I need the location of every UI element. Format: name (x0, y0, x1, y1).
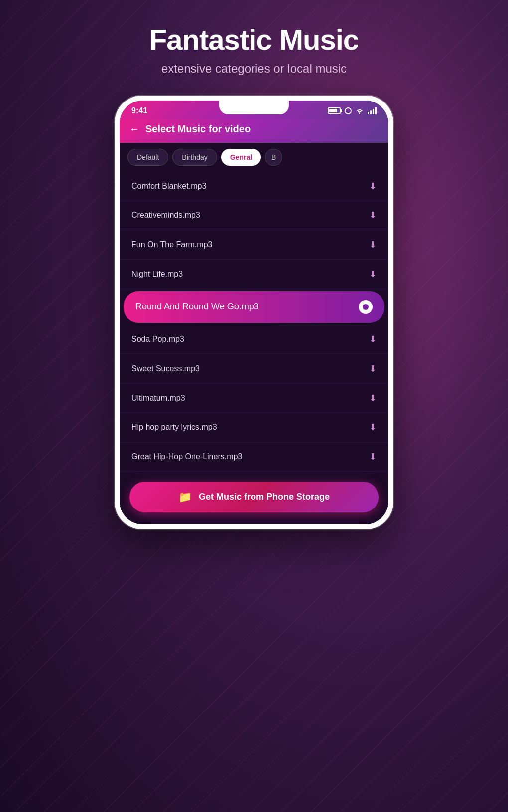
download-icon: ⬇ (369, 181, 377, 192)
music-item[interactable]: Hip hop party lyrics.mp3 ⬇ (120, 413, 388, 442)
download-icon: ⬇ (369, 334, 377, 345)
storage-button[interactable]: 📁 Get Music from Phone Storage (129, 482, 379, 512)
music-item-name: Night Life.mp3 (131, 270, 183, 279)
folder-icon: 📁 (178, 491, 192, 504)
app-title: Select Music for video (145, 123, 251, 135)
bottom-button-container: 📁 Get Music from Phone Storage (120, 472, 388, 524)
music-item[interactable]: Great Hip-Hop One-Liners.mp3 ⬇ (120, 442, 388, 472)
signal-bars (368, 107, 377, 114)
music-list: Comfort Blanket.mp3 ⬇ Creativeminds.mp3 … (120, 172, 388, 472)
music-item[interactable]: Night Life.mp3 ⬇ (120, 260, 388, 289)
tab-general[interactable]: Genral (221, 149, 261, 166)
music-item-name: Sweet Sucess.mp3 (131, 364, 200, 373)
download-icon: ⬇ (369, 210, 377, 221)
download-icon: ⬇ (369, 269, 377, 280)
music-item-name: Great Hip-Hop One-Liners.mp3 (131, 452, 242, 461)
notch (219, 101, 289, 114)
tab-b[interactable]: B (265, 149, 282, 166)
music-item-name: Ultimatum.mp3 (131, 394, 185, 403)
page-headline: Fantastic Music (149, 24, 359, 56)
status-icons (328, 107, 377, 114)
download-icon: ⬇ (369, 239, 377, 250)
music-item[interactable]: Fun On The Farm.mp3 ⬇ (120, 230, 388, 260)
download-icon: ⬇ (369, 393, 377, 404)
camera-icon (345, 107, 352, 114)
download-icon: ⬇ (369, 363, 377, 374)
music-item-name-active: Round And Round We Go.mp3 (135, 302, 259, 312)
status-time: 9:41 (131, 106, 147, 115)
storage-button-text: Get Music from Phone Storage (199, 492, 330, 502)
page-subheadline: extensive categories or local music (161, 62, 347, 76)
phone-frame: 9:41 (115, 96, 393, 529)
music-item-name: Soda Pop.mp3 (131, 335, 184, 344)
back-button[interactable]: ← (129, 123, 139, 135)
download-icon: ⬇ (369, 451, 377, 462)
download-icon: ⬇ (369, 422, 377, 433)
music-item[interactable]: Comfort Blanket.mp3 ⬇ (120, 172, 388, 201)
music-item[interactable]: Creativeminds.mp3 ⬇ (120, 201, 388, 230)
music-item[interactable]: Ultimatum.mp3 ⬇ (120, 384, 388, 413)
radio-selected-icon (359, 300, 373, 314)
phone-inner: 9:41 (120, 101, 388, 524)
music-item-name: Hip hop party lyrics.mp3 (131, 423, 217, 432)
music-item-active[interactable]: Round And Round We Go.mp3 (124, 291, 384, 323)
battery-icon (328, 107, 341, 114)
tabs-row: Default Birthday Genral B (120, 143, 388, 172)
wifi-icon (356, 107, 364, 114)
app-header: ← Select Music for video (120, 119, 388, 143)
status-bar: 9:41 (120, 101, 388, 119)
music-item[interactable]: Sweet Sucess.mp3 ⬇ (120, 354, 388, 384)
tab-default[interactable]: Default (127, 149, 168, 166)
music-item[interactable]: Soda Pop.mp3 ⬇ (120, 325, 388, 354)
tab-birthday[interactable]: Birthday (172, 149, 217, 166)
page-wrapper: Fantastic Music extensive categories or … (0, 0, 508, 529)
music-item-name: Fun On The Farm.mp3 (131, 240, 212, 249)
music-item-name: Creativeminds.mp3 (131, 211, 200, 220)
radio-inner (363, 304, 369, 310)
svg-point-0 (345, 108, 351, 114)
music-item-name: Comfort Blanket.mp3 (131, 182, 206, 191)
